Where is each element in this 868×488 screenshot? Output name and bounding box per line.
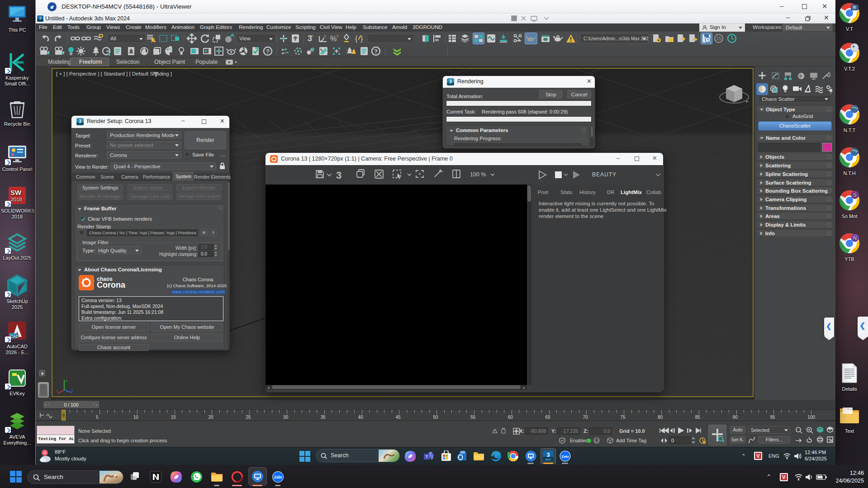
svg-text:3: 3 — [336, 170, 342, 181]
svg-text:Zalo: Zalo — [274, 475, 282, 479]
svg-text:MAX: MAX — [545, 458, 551, 461]
svg-text:T: T — [426, 455, 428, 459]
svg-text:SW: SW — [10, 189, 22, 196]
svg-text:3: 3 — [449, 79, 452, 84]
svg-text:?: ? — [324, 34, 326, 39]
svg-text:?: ? — [336, 34, 338, 39]
svg-text:CAD: CAD — [10, 334, 19, 339]
svg-text:3: 3 — [39, 16, 41, 20]
svg-text:?: ? — [266, 48, 270, 55]
svg-text:z: z — [66, 379, 67, 383]
svg-text:y: y — [71, 388, 73, 392]
svg-text:4: 4 — [43, 450, 46, 455]
svg-text:Zalo: Zalo — [561, 455, 569, 459]
svg-text:?: ? — [374, 48, 378, 55]
svg-text:{: { — [355, 35, 358, 43]
svg-text:3: 3 — [546, 451, 550, 458]
svg-text:x: x — [56, 389, 58, 393]
svg-text:2018: 2018 — [11, 197, 22, 202]
svg-text:N: N — [853, 235, 857, 241]
svg-text:S: S — [853, 192, 856, 198]
svg-text:15: 15 — [716, 36, 722, 41]
svg-text:3: 3 — [79, 119, 81, 124]
svg-text:100 %: 100 % — [470, 171, 486, 178]
svg-text:?: ? — [311, 34, 313, 39]
